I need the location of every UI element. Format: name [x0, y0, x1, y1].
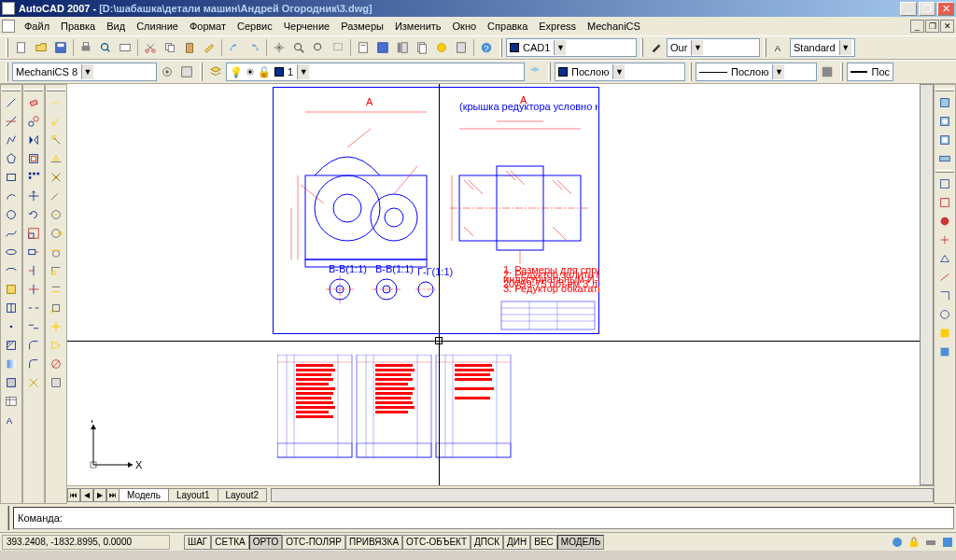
snap-end-button[interactable] — [47, 131, 65, 149]
menu-mechanics[interactable]: MechaniCS — [582, 20, 646, 33]
textstyle-combo[interactable]: Standard▼ — [790, 38, 855, 57]
layer-combo[interactable]: CAD1▼ — [506, 38, 637, 57]
r-tool-13[interactable] — [935, 324, 954, 343]
menu-modify[interactable]: Изменить — [389, 20, 447, 33]
r-tool-1[interactable] — [935, 93, 954, 112]
grip[interactable] — [6, 63, 8, 81]
snap-near-button[interactable] — [47, 336, 65, 355]
tab-first[interactable]: ⏮ — [67, 488, 80, 502]
r-tool-4[interactable] — [935, 149, 954, 168]
erase-button[interactable] — [24, 93, 43, 112]
grid-toggle[interactable]: СЕТКА — [211, 535, 249, 550]
menu-express[interactable]: Express — [533, 20, 582, 33]
snap-ins-button[interactable] — [47, 299, 65, 317]
toolpalette-button[interactable] — [393, 38, 412, 57]
grip[interactable] — [640, 38, 643, 57]
break-button[interactable] — [24, 299, 43, 317]
r-tool-6[interactable] — [935, 193, 954, 212]
make-block-button[interactable] — [2, 299, 21, 317]
snap-settings-button[interactable] — [47, 373, 65, 392]
horizontal-scrollbar[interactable] — [271, 488, 934, 502]
grip[interactable] — [935, 89, 954, 91]
spline-button[interactable] — [2, 224, 21, 243]
r-tool-3[interactable] — [935, 131, 954, 149]
insert-block-button[interactable] — [2, 280, 21, 299]
snap-node-button[interactable] — [47, 317, 65, 336]
drawing-canvas[interactable]: A — [67, 84, 920, 485]
lock-tray-icon[interactable] — [907, 536, 921, 549]
xline-button[interactable] — [2, 112, 21, 131]
tray-options-icon[interactable] — [941, 536, 954, 549]
snap-cen-button[interactable] — [47, 205, 65, 224]
addon-icon[interactable] — [818, 63, 836, 81]
sheetset-button[interactable] — [413, 38, 431, 57]
model-toggle[interactable]: МОДЕЛЬ — [557, 535, 604, 550]
snap-tan-button[interactable] — [47, 243, 65, 261]
snap-mid-button[interactable] — [47, 149, 65, 168]
rotate-button[interactable] — [24, 205, 43, 224]
snap-ext-button[interactable] — [47, 187, 65, 205]
tab-last[interactable]: ⏭ — [106, 488, 120, 502]
join-button[interactable] — [24, 317, 43, 336]
grip[interactable] — [2, 89, 21, 91]
preview-button[interactable] — [96, 38, 115, 57]
ellipse-arc-button[interactable] — [2, 261, 21, 280]
menu-window[interactable]: Окно — [447, 20, 483, 33]
copy-obj-button[interactable] — [24, 112, 43, 131]
rectangle-button[interactable] — [2, 168, 21, 187]
otrack-toggle[interactable]: ОТС-ОБЪЕКТ — [402, 535, 471, 550]
grip[interactable] — [764, 38, 766, 57]
menu-edit[interactable]: Правка — [55, 20, 101, 33]
undo-button[interactable] — [225, 38, 244, 57]
gradient-button[interactable] — [2, 355, 21, 373]
maximize-button[interactable]: ❐ — [919, 2, 935, 16]
menu-tools[interactable]: Сервис — [232, 20, 278, 33]
copy-button[interactable] — [161, 38, 179, 57]
snap-per-button[interactable] — [47, 261, 65, 280]
grip[interactable] — [840, 63, 843, 81]
gear-icon[interactable] — [158, 63, 176, 81]
lwt-toggle[interactable]: ВЕС — [530, 535, 557, 550]
menu-draw[interactable]: Черчение — [278, 20, 336, 33]
new-button[interactable] — [12, 38, 31, 57]
snap-none-button[interactable] — [47, 355, 65, 373]
extend-button[interactable] — [24, 280, 43, 299]
linetype-combo[interactable]: Послою▼ — [696, 63, 817, 81]
menu-dimension[interactable]: Размеры — [335, 20, 389, 33]
comm-icon[interactable] — [891, 536, 904, 549]
mdi-restore[interactable]: ❐ — [925, 20, 939, 33]
zoom-button[interactable] — [289, 38, 308, 57]
hatch-button[interactable] — [2, 336, 21, 355]
snap-int-button[interactable] — [47, 168, 65, 187]
tab-prev[interactable]: ◀ — [80, 488, 93, 502]
save-button[interactable] — [51, 38, 70, 57]
grip[interactable] — [200, 63, 203, 81]
snap-par-button[interactable] — [47, 280, 65, 299]
minimize-button[interactable]: _ — [900, 2, 917, 16]
array-button[interactable] — [24, 168, 43, 187]
close-button[interactable]: ✕ — [937, 2, 954, 16]
r-tool-5[interactable] — [935, 175, 954, 193]
tab-layout2[interactable]: Layout2 — [218, 488, 268, 502]
polar-toggle[interactable]: ОТС-ПОЛЯР — [282, 535, 345, 550]
layers-icon[interactable] — [206, 63, 225, 81]
properties-button[interactable] — [354, 38, 373, 57]
brush-icon[interactable] — [647, 38, 666, 57]
vertical-scrollbar[interactable] — [920, 84, 934, 485]
chamfer-button[interactable] — [24, 336, 43, 355]
mechanics-combo[interactable]: MechaniCS 8▼ — [12, 63, 157, 81]
zoom-window-button[interactable] — [329, 38, 347, 57]
move-button[interactable] — [24, 187, 43, 205]
r-tool-10[interactable] — [935, 268, 954, 287]
tab-layout1[interactable]: Layout1 — [168, 488, 218, 502]
pline-button[interactable] — [2, 131, 21, 149]
mirror-button[interactable] — [24, 131, 43, 149]
scale-button[interactable] — [24, 224, 43, 243]
linewt-combo[interactable]: Послою▼ — [555, 63, 685, 81]
grip[interactable] — [47, 89, 65, 91]
cut-button[interactable] — [141, 38, 160, 57]
osnap-toggle[interactable]: ПРИВЯЗКА — [345, 535, 402, 550]
grip[interactable] — [499, 38, 502, 57]
snap-toggle[interactable]: ШАГ — [184, 535, 211, 550]
r-tool-9[interactable] — [935, 249, 954, 268]
